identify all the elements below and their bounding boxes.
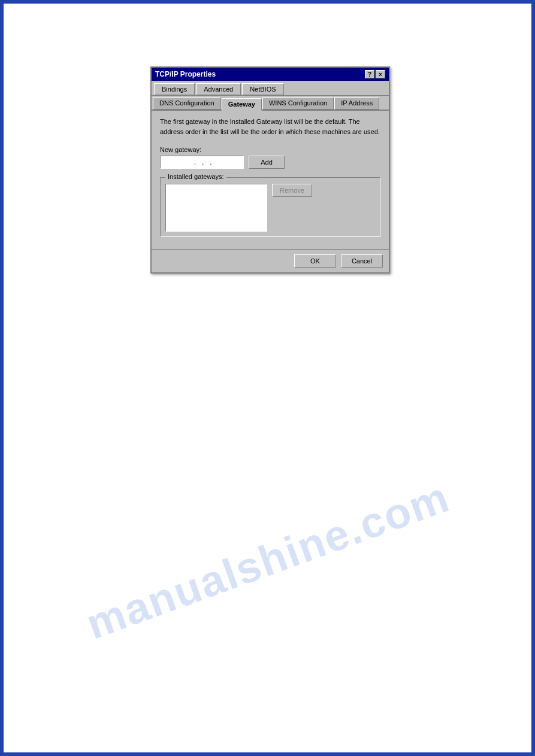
group-box-inner: Remove (165, 184, 375, 232)
tab-ip-address[interactable]: IP Address (334, 97, 379, 110)
dialog-footer: OK Cancel (152, 249, 389, 272)
new-gateway-input[interactable]: . . . (160, 156, 244, 169)
new-gateway-label: New gateway: (160, 146, 380, 153)
ip-dots: . . . (192, 158, 211, 166)
page-wrapper: manualshine.com TCP/IP Properties ? × Bi… (4, 4, 531, 752)
remove-button[interactable]: Remove (272, 184, 312, 197)
help-button[interactable]: ? (365, 70, 374, 78)
gateway-input-row: . . . Add (160, 156, 380, 169)
installed-gateways-list[interactable] (165, 184, 267, 232)
tab-dns-configuration[interactable]: DNS Configuration (153, 97, 221, 110)
watermark: manualshine.com (80, 472, 456, 648)
tab-advanced[interactable]: Advanced (196, 83, 241, 95)
dialog-title: TCP/IP Properties (155, 70, 216, 78)
ok-button[interactable]: OK (294, 254, 336, 268)
tab-wins-configuration[interactable]: WINS Configuration (262, 97, 334, 110)
close-button[interactable]: × (376, 70, 385, 78)
tab-netbios[interactable]: NetBIOS (242, 83, 283, 95)
dialog-titlebar: TCP/IP Properties ? × (152, 68, 389, 81)
installed-gateways-label: Installed gateways: (165, 173, 226, 180)
tab-row-1: Bindings Advanced NetBIOS (152, 81, 389, 96)
titlebar-buttons: ? × (365, 70, 385, 78)
dialog-content: The first gateway in the Installed Gatew… (152, 111, 389, 249)
cancel-button[interactable]: Cancel (341, 254, 383, 268)
info-text: The first gateway in the Installed Gatew… (160, 117, 380, 136)
tab-row-2: DNS Configuration Gateway WINS Configura… (152, 96, 389, 111)
installed-gateways-group: Installed gateways: Remove (160, 177, 380, 237)
tcpip-dialog: TCP/IP Properties ? × Bindings Advanced … (150, 66, 390, 274)
tab-gateway[interactable]: Gateway (222, 98, 262, 111)
add-button[interactable]: Add (249, 156, 285, 169)
tab-bindings[interactable]: Bindings (154, 83, 195, 95)
